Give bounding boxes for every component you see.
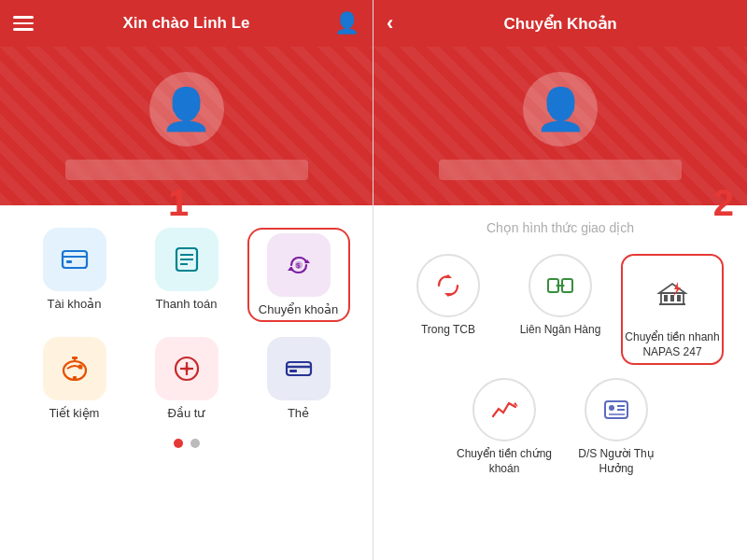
transfer-item-trong-tcb[interactable]: Trong TCB [397,254,500,365]
left-header: Xin chào Linh Le 👤 [0,0,373,47]
menu-item-the[interactable]: Thẻ [247,337,350,420]
lien-ngan-hang-label: Liên Ngân Hàng [520,323,601,338]
right-content: Chọn hình thức giao dịch Trong TCB [374,205,747,560]
svg-rect-2 [66,260,72,263]
tai-khoan-icon [43,228,106,291]
pagination-dots [174,439,200,448]
transfer-grid-row2: Chuyển tiền chứng khoán [383,378,738,476]
section-title: Chọn hình thức giao dịch [383,220,738,235]
transfer-item-chuyen-tien-nhanh[interactable]: Chuyển tiền nhanh NAPAS 247 [621,254,724,365]
chung-khoan-label: Chuyển tiền chứng khoán [453,447,556,476]
chuyen-khoan-label: Chuyển khoản [259,302,338,316]
right-avatar-icon: 👤 [535,89,586,130]
hamburger-icon[interactable] [13,16,34,31]
menu-item-dau-tu[interactable]: Đầu tư [135,337,238,420]
trong-tcb-label: Trong TCB [421,323,475,338]
svg-rect-0 [63,251,87,268]
left-menu: Tài khoản Thanh toán [0,205,373,560]
back-arrow-icon[interactable]: ‹ [387,11,393,35]
transfer-item-lien-ngan-hang[interactable]: Liên Ngân Hàng [509,254,612,365]
menu-item-thanh-toan[interactable]: Thanh toán [135,228,238,322]
dot-active[interactable] [174,439,183,448]
napas-label: Chuyển tiền nhanh NAPAS 247 [625,330,720,359]
chuyen-khoan-icon: $ [267,233,331,297]
the-label: Thẻ [288,406,309,420]
dot-inactive[interactable] [190,439,200,448]
tiet-kiem-label: Tiết kiệm [49,406,100,420]
chung-khoan-icon [472,378,536,441]
svg-text:$: $ [296,261,301,270]
transfer-item-chung-khoan[interactable]: Chuyển tiền chứng khoán [453,378,556,476]
menu-item-tai-khoan[interactable]: Tài khoản [23,228,126,322]
svg-rect-32 [664,295,668,301]
menu-grid: Tài khoản Thanh toán [23,228,350,420]
tiet-kiem-icon [43,337,106,400]
avatar: 👤 [149,72,224,147]
transfer-item-nguoi-thu-huong[interactable]: D/S Người Thụ Hưởng [565,378,668,476]
svg-marker-35 [659,284,685,293]
trong-tcb-icon [416,254,480,317]
left-header-title: Xin chào Linh Le [122,14,249,33]
dau-tu-icon [155,337,218,400]
nguoi-thu-huong-label: D/S Người Thụ Hưởng [565,447,668,476]
svg-point-20 [184,366,190,371]
svg-point-13 [78,365,82,370]
user-profile-icon[interactable]: 👤 [334,11,359,35]
transfer-grid-row1: Trong TCB Liên Ngân Hàng [383,254,738,365]
thanh-toan-label: Thanh toán [156,297,218,311]
tai-khoan-label: Tài khoản [48,297,102,311]
svg-rect-34 [677,295,681,301]
right-header: ‹ Chuyển Khoản [374,0,747,47]
svg-rect-33 [670,295,674,301]
avatar-person-icon: 👤 [161,89,212,130]
svg-rect-21 [287,362,311,375]
menu-item-chuyen-khoan[interactable]: $ Chuyển khoản [247,228,350,322]
svg-rect-15 [72,357,78,359]
nguoi-thu-huong-icon [585,378,648,441]
svg-point-39 [609,405,614,411]
thanh-toan-icon [155,228,218,291]
right-banner: 👤 [374,47,747,205]
step2-label: 2 [713,182,734,224]
right-header-title: Chuyển Khoản [503,14,616,34]
menu-item-tiet-kiem[interactable]: Tiết kiệm [23,337,126,420]
svg-rect-16 [73,376,77,381]
the-icon [267,337,331,400]
svg-rect-23 [289,370,297,372]
napas-icon [641,261,704,325]
dau-tu-label: Đầu tư [168,406,205,420]
account-info-bar [65,160,308,180]
lien-ngan-hang-icon [529,254,592,317]
right-avatar: 👤 [523,72,598,147]
right-account-bar [439,160,682,180]
step1-label: 1 [168,182,189,224]
